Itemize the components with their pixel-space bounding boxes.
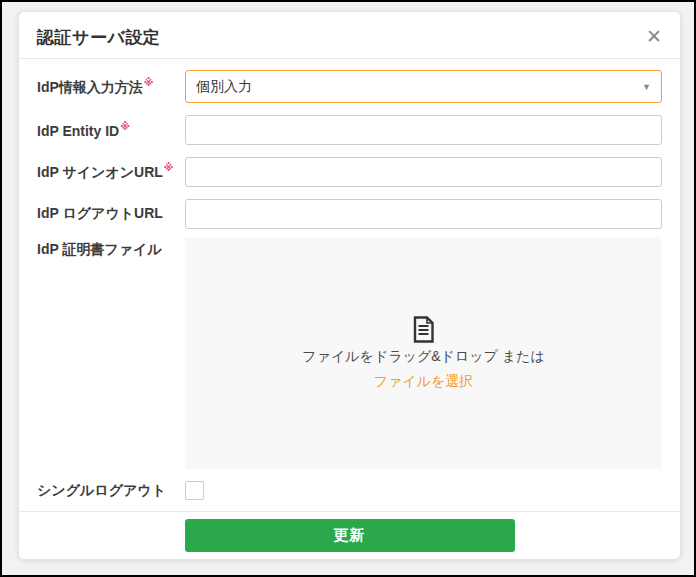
auth-server-settings-dialog: 認証サーバ設定 ✕ IdP情報入力方法※ 個別入力 ▼ IdP Entity I… xyxy=(18,11,681,560)
idp-certificate-label: IdP 証明書ファイル xyxy=(37,237,185,259)
dialog-body: IdP情報入力方法※ 個別入力 ▼ IdP Entity ID※ IdP サイン… xyxy=(19,59,680,500)
document-icon xyxy=(412,316,435,343)
required-mark: ※ xyxy=(120,121,130,132)
required-mark: ※ xyxy=(144,77,154,88)
single-logout-checkbox[interactable] xyxy=(185,481,204,500)
idp-entity-id-label: IdP Entity ID※ xyxy=(37,121,185,139)
close-icon[interactable]: ✕ xyxy=(646,27,662,46)
idp-input-method-select[interactable]: 個別入力 ▼ xyxy=(185,70,662,103)
idp-signon-url-input[interactable] xyxy=(185,157,662,187)
row-idp-signon-url: IdP サインオンURL※ xyxy=(37,157,662,187)
idp-logout-url-label: IdP ログアウトURL xyxy=(37,205,185,223)
certificate-dropzone[interactable]: ファイルをドラッグ&ドロップ または ファイルを選択 xyxy=(185,237,662,469)
row-idp-logout-url: IdP ログアウトURL xyxy=(37,199,662,229)
dialog-footer: 更新 xyxy=(19,511,680,559)
file-select-link[interactable]: ファイルを選択 xyxy=(374,373,474,391)
single-logout-label: シングルログアウト xyxy=(37,482,185,500)
required-mark: ※ xyxy=(164,162,174,173)
row-idp-input-method: IdP情報入力方法※ 個別入力 ▼ xyxy=(37,70,662,103)
idp-logout-url-input[interactable] xyxy=(185,199,662,229)
chevron-down-icon: ▼ xyxy=(642,81,651,91)
update-button[interactable]: 更新 xyxy=(185,519,515,552)
row-single-logout: シングルログアウト xyxy=(37,481,662,500)
idp-signon-url-label: IdP サインオンURL※ xyxy=(37,162,185,182)
idp-input-method-label: IdP情報入力方法※ xyxy=(37,77,185,97)
idp-entity-id-input[interactable] xyxy=(185,115,662,145)
row-idp-entity-id: IdP Entity ID※ xyxy=(37,115,662,145)
dropzone-hint-text: ファイルをドラッグ&ドロップ または xyxy=(302,348,544,366)
dialog-title: 認証サーバ設定 xyxy=(37,26,160,49)
dialog-header: 認証サーバ設定 ✕ xyxy=(19,12,680,59)
idp-input-method-selected-value: 個別入力 xyxy=(196,78,252,96)
row-idp-certificate: IdP 証明書ファイル ファイルをドラッグ&ドロップ または ファイルを選択 xyxy=(37,237,662,469)
